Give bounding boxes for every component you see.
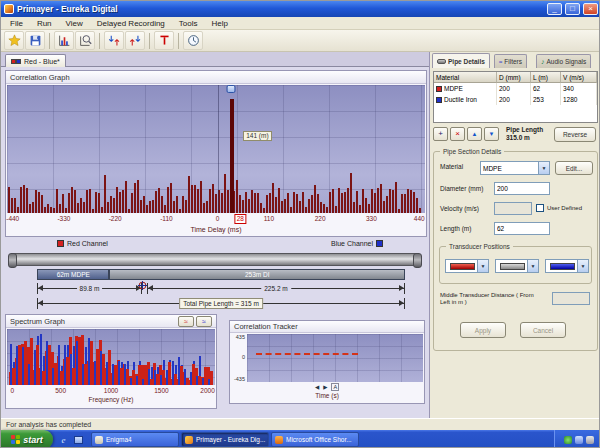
correlation-noise (8, 85, 424, 213)
pipe-section-details-title: Pipe Section Details (440, 147, 504, 156)
antenna-button[interactable] (154, 31, 174, 50)
menu-run[interactable]: Run (30, 19, 59, 28)
edit-material-button[interactable]: Edit... (555, 161, 593, 175)
cursor-handle[interactable] (227, 85, 236, 93)
primayer-app-icon (185, 436, 193, 444)
material-combo[interactable]: MDPE ▼ (480, 161, 550, 175)
tab-audio-signals[interactable]: ♪ Audio Signals (536, 54, 591, 68)
internet-explorer-icon[interactable]: e (57, 433, 70, 446)
start-button[interactable]: start (1, 430, 53, 448)
delayed-recording-button[interactable] (183, 31, 203, 50)
chevron-down-icon[interactable]: ▼ (527, 260, 538, 272)
windows-taskbar: start e Enigma4 Primayer - Eureka Dig...… (1, 430, 600, 448)
tracker-plot[interactable] (247, 334, 423, 382)
graph-icon (58, 34, 71, 47)
desktop: Primayer - Eureka Digital _ □ × File Run… (0, 0, 600, 448)
menu-view[interactable]: View (59, 19, 90, 28)
window-title: Primayer - Eureka Digital (17, 4, 544, 14)
star-icon (8, 34, 21, 47)
shift-right-transducer-button[interactable] (125, 31, 145, 50)
task-button-primayer[interactable]: Primayer - Eureka Dig... (181, 432, 269, 447)
save-button[interactable] (25, 31, 45, 50)
task-button-office[interactable]: Microsoft Office Shor... (271, 432, 359, 447)
maximize-button[interactable]: □ (565, 3, 580, 15)
table-row[interactable]: Ductile Iron 200 253 1280 (434, 94, 597, 105)
app-icon (4, 4, 14, 14)
diameter-label: Diameter (mm) (440, 185, 483, 192)
menu-tools[interactable]: Tools (172, 19, 205, 28)
length-field[interactable] (494, 222, 550, 235)
menu-help[interactable]: Help (205, 19, 235, 28)
x-tick: 500 (55, 387, 66, 394)
menu-file[interactable]: File (3, 19, 30, 28)
red-transducer-combo[interactable]: ▼ (445, 259, 489, 273)
tracker-rewind-button[interactable]: ◀ (315, 384, 319, 390)
blue-spectrum-toggle[interactable]: ≈ (196, 316, 212, 327)
x-tick: -220 (109, 215, 122, 222)
tracker-x-axis-label: Time (s) (230, 391, 424, 401)
table-row[interactable]: MDPE 200 62 340 (434, 83, 597, 94)
pipe-length-value: 315.0 m (506, 134, 530, 141)
blue-channel-icon (16, 59, 21, 64)
toolbar-separator (178, 33, 179, 49)
shift-left-transducer-button[interactable] (104, 31, 124, 50)
red-spectrum-toggle[interactable]: ≈ (178, 316, 194, 327)
status-text: For analysis has completed (6, 421, 91, 428)
document-tab-label: Red - Blue* (24, 58, 60, 65)
antenna-icon (158, 34, 171, 47)
blue-channel-label: Blue Channel (331, 240, 383, 247)
correlation-graph-panel: Correlation Graph 141 (m) -440 -330 -220… (5, 70, 427, 237)
chevron-down-icon[interactable]: ▼ (538, 162, 549, 174)
show-desktop-icon[interactable] (72, 433, 85, 446)
correlation-graph-header: Correlation Graph (6, 71, 426, 84)
correlation-view-button[interactable] (54, 31, 74, 50)
chevron-down-icon[interactable]: ▼ (577, 260, 588, 272)
tray-shield-icon[interactable] (564, 436, 572, 444)
tracker-forward-button[interactable]: ▶ (323, 384, 327, 390)
diameter-field[interactable] (494, 182, 550, 195)
zoom-graph-button[interactable] (75, 31, 95, 50)
correlation-plot[interactable]: 141 (m) (7, 85, 425, 213)
tab-filters[interactable]: ≈ Filters (494, 54, 527, 68)
reverse-button[interactable]: Reverse (554, 127, 596, 142)
x-tick: 0 (10, 387, 14, 394)
add-section-button[interactable]: + (433, 127, 448, 141)
move-down-button[interactable]: ▼ (484, 127, 499, 141)
user-defined-checkbox[interactable] (536, 204, 544, 212)
right-distance-label: 225.2 m (261, 283, 291, 294)
document-tab-strip: Red - Blue* (1, 52, 429, 67)
document-tab[interactable]: Red - Blue* (5, 54, 66, 67)
tray-volume-icon[interactable] (586, 436, 594, 444)
pipe-graphic (9, 253, 421, 266)
close-button[interactable]: × (583, 3, 598, 15)
save-icon (29, 34, 42, 47)
enigma-app-icon (95, 436, 103, 444)
transducer-positions-title: Transducer Positions (446, 242, 513, 251)
x-tick: 440 (414, 215, 425, 222)
menu-delayed-recording[interactable]: Delayed Recording (90, 19, 172, 28)
delete-section-button[interactable]: × (450, 127, 465, 141)
row-color-icon (436, 86, 442, 92)
tracker-delay-trace (256, 353, 358, 355)
apply-button[interactable]: Apply (460, 322, 506, 338)
minimize-button[interactable]: _ (547, 3, 562, 15)
move-up-button[interactable]: ▲ (467, 127, 482, 141)
new-correlation-button[interactable] (4, 31, 24, 50)
blue-transducer-combo[interactable]: ▼ (545, 259, 589, 273)
pipe-segment-mdpe[interactable]: 62m MDPE (37, 269, 109, 280)
x-tick: -330 (57, 215, 70, 222)
tracker-autoscale-button[interactable]: A (331, 383, 339, 391)
spectrum-x-axis-label: Frequency (Hz) (6, 395, 216, 405)
material-label: Material (440, 163, 463, 170)
chevron-down-icon[interactable]: ▼ (477, 260, 488, 272)
cancel-button[interactable]: Cancel (520, 322, 566, 338)
spectrum-plot[interactable] (7, 329, 215, 385)
spectrum-title: Spectrum Graph (10, 317, 65, 326)
tray-network-icon[interactable] (575, 436, 583, 444)
task-button-enigma[interactable]: Enigma4 (91, 432, 179, 447)
pipe-segment-di[interactable]: 253m DI (109, 269, 405, 280)
middle-transducer-combo[interactable]: ▼ (495, 259, 539, 273)
tab-pipe-details[interactable]: Pipe Details (432, 53, 490, 68)
y-tick: 0 (242, 354, 245, 360)
x-tick: 0 (216, 215, 220, 222)
